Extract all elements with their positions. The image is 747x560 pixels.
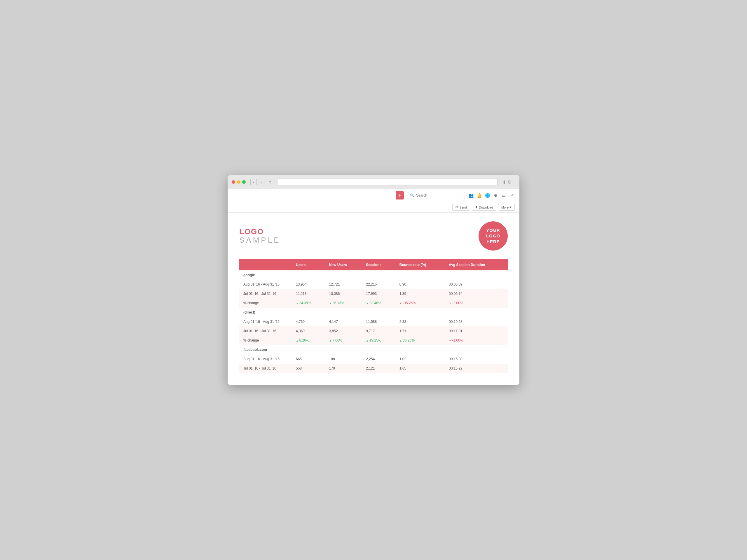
window-icon[interactable]: ▭ [501,192,507,198]
cell-avg_duration: 00:06:14 [445,289,508,298]
cell-sessions: 11,588 [362,317,395,326]
col-header-bounce: Bounce rate (%) [395,259,445,270]
table-section-header: facebook.com [239,345,508,354]
cell-bounce: 1.65 [395,364,445,373]
up-arrow-icon: 36.26% [400,338,415,342]
browser-titlebar: ‹ › ⊡ ⬆ ⧉ + [228,175,519,189]
table-row: % change8.26%7.66%19.25%36.26%-1.00% [239,336,508,345]
row-label: % change [239,336,292,345]
more-label: More [501,206,509,209]
cell-bounce: 1.02 [395,354,445,364]
table-row: Jul 01 '16 - Jul 31 '165581702,1211.6500… [239,364,508,373]
section-name: google [239,270,508,280]
sample-text: SAMPLE [239,236,281,244]
table-row: Aug 01 '16 - Aug 31 '166651882,2541.0200… [239,354,508,364]
down-arrow-icon: -1.00% [449,338,463,342]
people-icon[interactable]: 👥 [468,192,474,198]
forward-button[interactable]: › [258,179,264,185]
send-icon: ✉ [456,205,458,209]
logo-sample: LOGO SAMPLE [239,228,281,244]
cell-change-users: 24.39% [292,298,325,308]
nav-buttons: ‹ › [250,179,264,185]
search-bar: 🔍 [407,192,465,199]
up-arrow-icon: 19.25% [366,338,381,342]
cell-sessions: 2,121 [362,364,395,373]
col-header-avg-duration: Avg Session Duration [445,259,508,270]
up-arrow-icon: 8.26% [296,338,309,342]
cell-new_users: 3,852 [325,326,362,336]
col-header-users: Users [292,259,325,270]
cell-users: 13,954 [292,280,325,289]
logo-circle: YOURLOGOHERE [479,221,508,250]
table-row: Jul 01 '16 - Jul 31 '1611,21810,08617,99… [239,289,508,298]
plus-button[interactable]: + [396,191,404,199]
cell-avg_duration: 00:15:29 [445,364,508,373]
col-header-new-users: New Users [325,259,362,270]
traffic-light-yellow[interactable] [237,180,240,184]
bell-icon[interactable]: 🔔 [476,192,482,198]
cell-change-bounce: 36.26% [395,336,445,345]
share-button[interactable]: ⬆ [502,179,506,185]
table-row: Aug 01 '16 - Aug 31 '1613,95412,72122,21… [239,280,508,289]
globe-icon[interactable]: 🌐 [484,192,490,198]
cell-sessions: 17,993 [362,289,395,298]
cell-users: 665 [292,354,325,364]
window-toggle-button[interactable]: ⊡ [267,179,273,185]
browser-window: ‹ › ⊡ ⬆ ⧉ + + 🔍 👥 🔔 🌐 ⚙ ▭ ↗ ✉ Send [228,175,519,385]
cell-users: 4,369 [292,326,325,336]
new-tab-button[interactable]: + [513,179,515,185]
back-button[interactable]: ‹ [250,179,257,185]
cell-bounce: 0.90 [395,280,445,289]
cell-users: 11,218 [292,289,325,298]
cell-change-users: 8.26% [292,336,325,345]
download-button[interactable]: ⬇ Download [472,204,496,211]
cell-bounce: 1.71 [395,326,445,336]
cell-change-bounce: -35.25% [395,298,445,308]
table-section-header: google [239,270,508,280]
cell-avg_duration: 00:11:01 [445,326,508,336]
row-label: Jul 01 '16 - Jul 31 '16 [239,289,292,298]
send-label: Send [459,206,467,209]
cell-bounce: 2.33 [395,317,445,326]
cell-users: 4,730 [292,317,325,326]
cell-users: 558 [292,364,325,373]
action-bar: ✉ Send ⬇ Download More ▾ [228,202,519,213]
search-icon: 🔍 [410,193,414,197]
address-bar[interactable] [278,178,497,186]
row-label: Jul 01 '16 - Jul 31 '16 [239,326,292,336]
up-arrow-icon: 7.66% [329,338,342,342]
row-label: % change [239,298,292,308]
more-chevron-icon: ▾ [510,205,512,209]
row-label: Aug 01 '16 - Aug 31 '16 [239,280,292,289]
up-arrow-icon: 24.39% [296,301,311,305]
down-arrow-icon: -2.00% [449,301,463,305]
traffic-light-red[interactable] [232,180,235,184]
browser-toolbar: + 🔍 👥 🔔 🌐 ⚙ ▭ ↗ [228,189,519,202]
main-content: LOGO SAMPLE YOURLOGOHERE Users New Users… [228,213,519,385]
duplicate-button[interactable]: ⧉ [508,179,511,185]
gear-icon[interactable]: ⚙ [493,192,498,198]
up-arrow-icon: 26.13% [329,301,344,305]
more-button[interactable]: More ▾ [498,204,515,211]
cell-change-sessions: 19.25% [362,336,395,345]
col-header-sessions: Sessions [362,259,395,270]
data-table: Users New Users Sessions Bounce rate (%)… [239,259,508,373]
traffic-lights [232,180,246,184]
cell-change-new_users: 26.13% [325,298,362,308]
traffic-light-green[interactable] [242,180,246,184]
cell-avg_duration: 00:10:58 [445,317,508,326]
cell-new_users: 188 [325,354,362,364]
cell-new_users: 170 [325,364,362,373]
cell-change-sessions: 23.46% [362,298,395,308]
down-arrow-icon: -35.25% [400,301,416,305]
titlebar-actions: ⬆ ⧉ + [502,179,515,185]
export-icon[interactable]: ↗ [509,192,515,198]
table-header-row: Users New Users Sessions Bounce rate (%)… [239,259,508,270]
download-icon: ⬇ [475,205,478,209]
send-button[interactable]: ✉ Send [452,204,470,211]
cell-new_users: 4,147 [325,317,362,326]
row-label: Aug 01 '16 - Aug 31 '16 [239,317,292,326]
search-input[interactable] [416,193,462,197]
up-arrow-icon: 23.46% [366,301,381,305]
download-label: Download [479,206,493,209]
